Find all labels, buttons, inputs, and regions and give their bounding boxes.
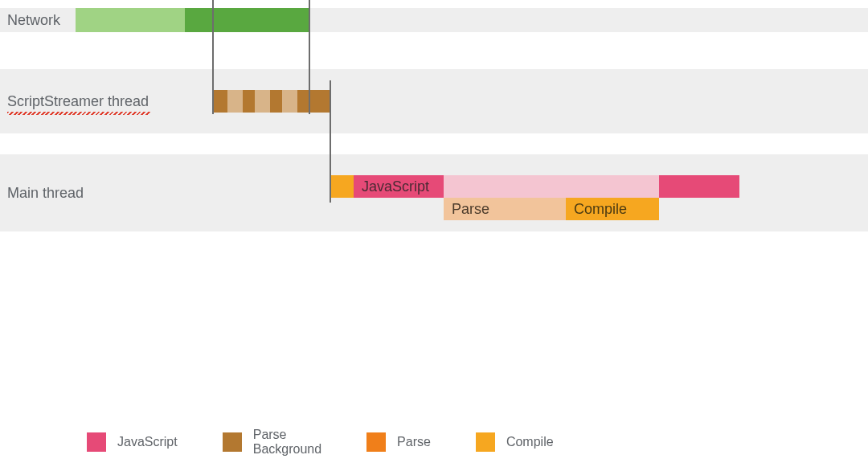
legend-label: JavaScript: [117, 435, 178, 449]
legend-item-compile: Compile: [476, 432, 554, 452]
legend-label: Parse: [397, 435, 431, 449]
segment-compile-prep: [330, 175, 354, 198]
segment-compile: Compile: [566, 198, 659, 220]
segment-parse-background-gap: [227, 90, 243, 113]
legend-item-javascript: JavaScript: [87, 432, 178, 452]
row-scriptstreamer-label: ScriptStreamer thread: [7, 93, 149, 110]
spellcheck-underline-icon: [7, 112, 150, 115]
segment-parse-background-tail: [309, 90, 330, 113]
row-scriptstreamer: ScriptStreamer thread: [0, 69, 868, 133]
legend: JavaScript Parse Background Parse Compil…: [87, 426, 599, 458]
legend-swatch-icon: [223, 432, 242, 452]
segment-parse-label: Parse: [452, 198, 489, 220]
segment-parse-background-gap: [282, 90, 297, 113]
segment-parse-background-gap: [255, 90, 270, 113]
segment-javascript-label: JavaScript: [362, 175, 429, 198]
legend-swatch-icon: [87, 432, 106, 452]
legend-label: Compile: [506, 435, 554, 449]
divider-line: [330, 80, 331, 203]
row-network-label: Network: [7, 12, 60, 29]
legend-swatch-icon: [476, 432, 495, 452]
segment-javascript-idle: [444, 175, 659, 198]
row-main-thread-label: Main thread: [7, 185, 84, 202]
segment-javascript-2: [659, 175, 739, 198]
divider-line: [309, 0, 310, 114]
segment-parse: Parse: [444, 198, 566, 220]
legend-swatch-icon: [366, 432, 386, 452]
legend-label: Parse Background: [253, 428, 321, 457]
legend-item-parse-background: Parse Background: [223, 428, 321, 457]
segment-javascript: JavaScript: [354, 175, 444, 198]
legend-item-parse: Parse: [366, 432, 431, 452]
divider-line: [212, 0, 214, 114]
segment-network-download-early: [76, 8, 185, 32]
segment-network-download-late: [185, 8, 309, 32]
segment-compile-label: Compile: [574, 198, 627, 220]
